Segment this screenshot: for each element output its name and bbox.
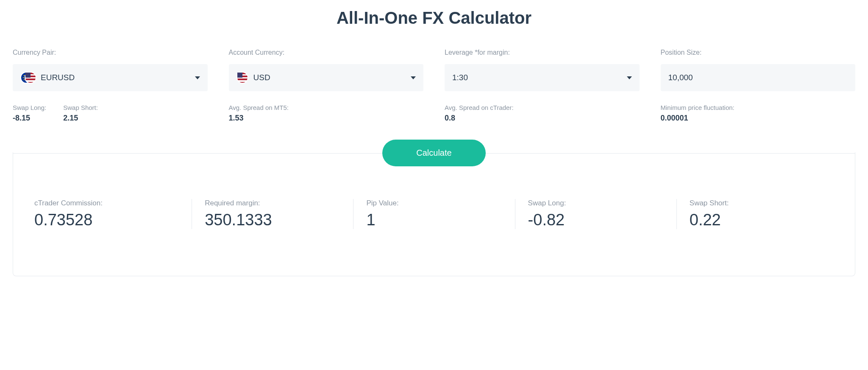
- spread-ctrader-label: Avg. Spread on cTrader:: [445, 104, 640, 111]
- min-fluctuation-stat: Minimum price fluctuation: 0.00001: [661, 104, 856, 123]
- spread-mt5-label: Avg. Spread on MT5:: [229, 104, 424, 111]
- calculate-section: Calculate: [13, 140, 855, 166]
- result-ctrader-commission: cTrader Commission: 0.73528: [30, 199, 192, 229]
- leverage-label: Leverage *for margin:: [445, 49, 640, 56]
- result-swap-short-value: 0.22: [690, 211, 825, 229]
- currency-pair-label: Currency Pair:: [13, 49, 208, 56]
- swap-long-value: -8.15: [13, 114, 46, 123]
- stats-row: Swap Long: -8.15 Swap Short: 2.15 Avg. S…: [13, 104, 855, 123]
- spread-ctrader-value: 0.8: [445, 114, 640, 123]
- chevron-down-icon: [411, 76, 416, 79]
- account-currency-label: Account Currency:: [229, 49, 424, 56]
- result-swap-short: Swap Short: 0.22: [676, 199, 838, 229]
- result-required-margin-value: 350.1333: [205, 211, 340, 229]
- account-currency-value: USD: [253, 73, 270, 82]
- currency-pair-value: EURUSD: [41, 73, 75, 82]
- swap-stats-group: Swap Long: -8.15 Swap Short: 2.15: [13, 104, 208, 123]
- chevron-down-icon: [195, 76, 200, 79]
- swap-long-label: Swap Long:: [13, 104, 46, 111]
- swap-short-value: 2.15: [63, 114, 98, 123]
- eur-usd-flag-icon: [20, 72, 36, 84]
- results-row: cTrader Commission: 0.73528 Required mar…: [30, 199, 838, 229]
- result-swap-long-label: Swap Long:: [528, 199, 664, 207]
- account-currency-select[interactable]: USD: [229, 64, 424, 91]
- chevron-down-icon: [627, 76, 632, 79]
- leverage-group: Leverage *for margin: 1:30: [445, 49, 640, 91]
- leverage-select[interactable]: 1:30: [445, 64, 640, 91]
- result-swap-short-label: Swap Short:: [690, 199, 825, 207]
- result-required-margin: Required margin: 350.1333: [192, 199, 353, 229]
- result-ctrader-commission-value: 0.73528: [34, 211, 179, 229]
- usd-flag-icon: [236, 72, 248, 84]
- inputs-row: Currency Pair: EURUSD Account Currency: …: [13, 49, 855, 91]
- position-size-input[interactable]: [661, 64, 856, 91]
- account-currency-group: Account Currency: USD: [229, 49, 424, 91]
- position-size-group: Position Size:: [661, 49, 856, 91]
- min-fluctuation-label: Minimum price fluctuation:: [661, 104, 856, 111]
- position-size-label: Position Size:: [661, 49, 856, 56]
- result-pip-value-label: Pip Value:: [366, 199, 502, 207]
- result-ctrader-commission-label: cTrader Commission:: [34, 199, 179, 207]
- page-title: All-In-One FX Calculator: [13, 8, 855, 28]
- spread-mt5-value: 1.53: [229, 114, 424, 123]
- currency-pair-group: Currency Pair: EURUSD: [13, 49, 208, 91]
- min-fluctuation-value: 0.00001: [661, 114, 856, 123]
- results-box: cTrader Commission: 0.73528 Required mar…: [13, 152, 855, 276]
- spread-ctrader-stat: Avg. Spread on cTrader: 0.8: [445, 104, 640, 123]
- result-pip-value-value: 1: [366, 211, 502, 229]
- result-pip-value: Pip Value: 1: [353, 199, 515, 229]
- swap-short-stat: Swap Short: 2.15: [63, 104, 98, 123]
- spread-mt5-stat: Avg. Spread on MT5: 1.53: [229, 104, 424, 123]
- swap-short-label: Swap Short:: [63, 104, 98, 111]
- swap-long-stat: Swap Long: -8.15: [13, 104, 46, 123]
- leverage-value: 1:30: [452, 73, 468, 82]
- result-swap-long: Swap Long: -0.82: [515, 199, 676, 229]
- calculate-button[interactable]: Calculate: [382, 140, 485, 166]
- currency-pair-select[interactable]: EURUSD: [13, 64, 208, 91]
- result-required-margin-label: Required margin:: [205, 199, 340, 207]
- result-swap-long-value: -0.82: [528, 211, 664, 229]
